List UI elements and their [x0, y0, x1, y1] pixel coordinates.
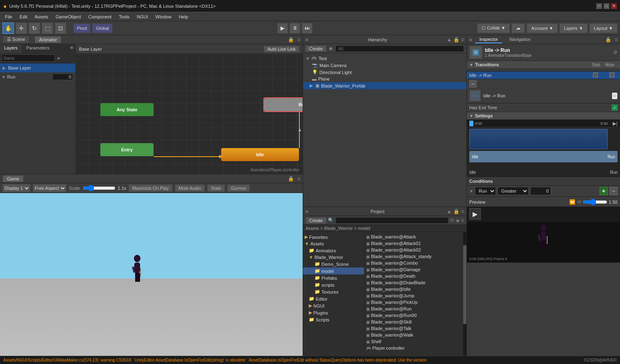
- file-drawblade[interactable]: ▣ Blade_warrior@DrawBlade: [364, 279, 463, 286]
- file-skill[interactable]: ▣ Blade_warrior@Skill: [364, 319, 463, 325]
- mute-audio-button[interactable]: Mute Audio: [175, 184, 205, 192]
- game-menu-icon[interactable]: ≡: [297, 176, 300, 182]
- pause-button[interactable]: ⏸: [290, 23, 300, 34]
- model-folder[interactable]: 📁 model: [303, 267, 364, 274]
- condition-value-input[interactable]: [530, 187, 551, 195]
- main-camera-item[interactable]: 📷 Main Camera: [303, 62, 466, 69]
- any-state-node[interactable]: Any State: [100, 103, 154, 116]
- close-button[interactable]: ✕: [611, 3, 617, 9]
- blade-warrior-item[interactable]: ▶ ▣ Blade_Warrior_Prefab: [303, 82, 466, 89]
- file-attack[interactable]: ▣ Blade_warrior@Attack: [364, 234, 463, 240]
- menu-item-file[interactable]: File: [2, 13, 16, 20]
- hierarchy-collapse-button[interactable]: ▲: [447, 37, 452, 43]
- solo-checkbox-cell[interactable]: [587, 72, 604, 79]
- has-exit-time-checkbox[interactable]: ✓: [612, 105, 618, 110]
- hierarchy-create-button[interactable]: Create: [305, 45, 326, 52]
- add-condition-button[interactable]: +: [600, 187, 608, 195]
- run-param-value[interactable]: [52, 74, 73, 80]
- aspect-select[interactable]: Free Aspect: [33, 184, 66, 192]
- menu-item-edit[interactable]: Edit: [16, 13, 31, 20]
- project-scrollbar[interactable]: [463, 232, 466, 364]
- menu-item-tools[interactable]: Tools: [115, 13, 133, 20]
- maximize-button[interactable]: □: [604, 3, 609, 9]
- file-run00[interactable]: ▣ Blade_warrior@Run00: [364, 312, 463, 319]
- scripts-folder[interactable]: 📁 Scripts: [303, 316, 364, 323]
- hierarchy-lock-button[interactable]: 🔒: [453, 37, 459, 43]
- project-lock-button[interactable]: 🔒: [453, 209, 459, 214]
- project-options-button[interactable]: ≡: [461, 218, 464, 223]
- blade-warrior-folder[interactable]: ▼ Blade_Warrior: [303, 254, 364, 261]
- transition-settings-button[interactable]: ⚙: [612, 92, 618, 99]
- step-button[interactable]: ⏭: [302, 23, 312, 34]
- animators-folder[interactable]: 📁 Animators: [303, 247, 364, 254]
- solo-checkbox[interactable]: [593, 72, 598, 77]
- animator-lock-icon[interactable]: 🔒: [288, 37, 294, 43]
- navigation-tab[interactable]: Navigation: [505, 36, 535, 43]
- prefabs-folder[interactable]: 📁 Prefabs: [303, 274, 364, 281]
- rect-tool[interactable]: ⊡: [55, 22, 66, 34]
- demo-scene-folder[interactable]: 📁 Demo_Scene: [303, 261, 364, 267]
- inspector-lock-button[interactable]: 🔒: [605, 37, 611, 43]
- file-player-controller[interactable]: 🎮 Player.controller: [364, 345, 463, 351]
- idle-node[interactable]: Idle: [221, 148, 299, 161]
- settings-section-header[interactable]: ▼ Settings: [467, 112, 620, 120]
- timeline-expand-icon[interactable]: ▶|: [613, 121, 618, 126]
- layers-dropdown[interactable]: Layers ▼: [559, 23, 588, 33]
- animator-search-input[interactable]: [2, 54, 55, 62]
- menu-item-help[interactable]: Help: [176, 13, 192, 20]
- pivot-button[interactable]: Pivot: [73, 23, 91, 33]
- menu-item-window[interactable]: Window: [152, 13, 175, 20]
- project-search-input[interactable]: [335, 217, 448, 224]
- add-param-button[interactable]: +: [55, 54, 62, 62]
- game-tab[interactable]: Game: [2, 175, 24, 182]
- run-param-row[interactable]: ■ Run: [0, 72, 75, 81]
- hand-tool[interactable]: ✋: [2, 22, 14, 34]
- plugins-folder[interactable]: ▶ Plugins: [303, 309, 364, 316]
- minimize-button[interactable]: ─: [596, 3, 602, 9]
- preview-rewind-button[interactable]: ⏪: [569, 199, 575, 205]
- move-tool[interactable]: ✛: [16, 22, 27, 34]
- project-filter-button[interactable]: ◈: [456, 218, 459, 223]
- project-sync-button[interactable]: ⟳: [450, 218, 454, 223]
- file-attack01[interactable]: ▣ Blade_warrior@Attack01: [364, 240, 463, 247]
- hierarchy-menu-button[interactable]: ≡: [461, 37, 464, 43]
- entry-node[interactable]: Entry: [100, 143, 154, 156]
- preview-speed-slider[interactable]: [583, 199, 607, 205]
- preview-play-button[interactable]: ▶: [469, 208, 481, 220]
- file-idle[interactable]: ▣ Blade_warrior@Idle: [364, 286, 463, 292]
- hierarchy-search-input[interactable]: [335, 45, 464, 52]
- ngui-folder[interactable]: ▶ NGUI: [303, 302, 364, 309]
- file-attack-standy[interactable]: ▣ Blade_warrior@Attack_standy: [364, 253, 463, 260]
- scale-slider[interactable]: [83, 185, 115, 191]
- assets-folder[interactable]: ▼ Assets: [303, 240, 364, 247]
- directional-light-item[interactable]: 💡 Directional Light: [303, 69, 466, 76]
- preview-back-button[interactable]: ⟲: [577, 199, 581, 205]
- file-shelf[interactable]: ▣ Shelf: [364, 338, 463, 345]
- maximize-play-button[interactable]: Maximize On Play: [129, 184, 172, 192]
- global-button[interactable]: Global: [92, 23, 113, 33]
- file-combo[interactable]: ▣ Blade_warrior@Combo: [364, 260, 463, 266]
- game-view[interactable]: [0, 193, 303, 364]
- mute-checkbox-cell[interactable]: [604, 72, 620, 79]
- display-select[interactable]: Display 1: [2, 184, 30, 192]
- run-node[interactable]: Run: [264, 98, 303, 111]
- menu-item-ngui[interactable]: NGUI: [134, 13, 152, 20]
- mute-checkbox[interactable]: [609, 72, 614, 77]
- animator-canvas[interactable]: Any State Entry Idle: [76, 54, 303, 174]
- layout-dropdown[interactable]: Layout ▼: [589, 23, 618, 33]
- scale-tool[interactable]: ⬚: [42, 22, 53, 34]
- timeline-playhead[interactable]: [469, 121, 473, 126]
- inspector-menu-button[interactable]: ≡: [615, 37, 618, 43]
- transition-row[interactable]: Idle -> Run: [467, 72, 620, 79]
- inspector-settings-icon[interactable]: ⚙: [613, 49, 618, 55]
- scene-root-item[interactable]: ▼ 🎮 Test: [303, 55, 466, 62]
- project-menu-button[interactable]: ≡: [461, 209, 464, 214]
- file-death[interactable]: ▣ Blade_warrior@Death: [364, 273, 463, 279]
- file-attack02[interactable]: ▣ Blade_warrior@Attack02: [364, 247, 463, 253]
- file-run[interactable]: ▣ Blade_warrior@Run: [364, 306, 463, 312]
- live-link-button[interactable]: Auto Live Link: [264, 46, 299, 52]
- collab-button[interactable]: ⬡ Collab ▼: [477, 23, 510, 33]
- file-damage[interactable]: ▣ Blade_warrior@Damage: [364, 266, 463, 273]
- base-layer-row[interactable]: ▶ Base Layer: [0, 63, 75, 72]
- menu-item-gameobject[interactable]: GameObject: [52, 13, 84, 20]
